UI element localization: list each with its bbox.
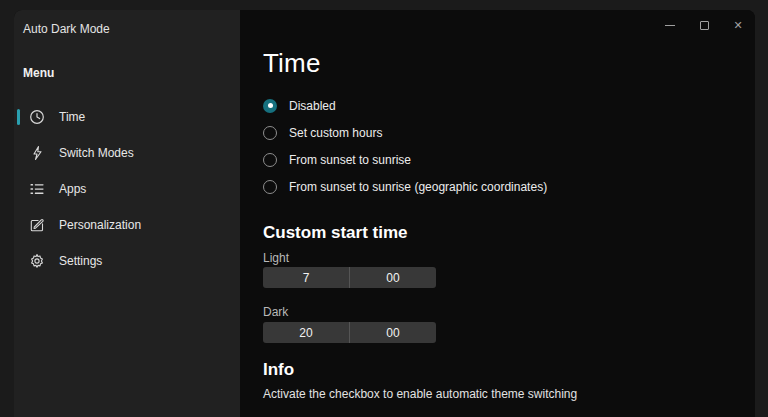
titlebar-controls: ✕ bbox=[653, 10, 755, 40]
dark-minute-field[interactable]: 00 bbox=[350, 322, 436, 343]
sidebar-item-label: Settings bbox=[59, 254, 102, 268]
sidebar-item-switch-modes[interactable]: Switch Modes bbox=[18, 140, 236, 166]
radio-icon[interactable] bbox=[263, 126, 277, 140]
radio-option-custom-hours[interactable]: Set custom hours bbox=[263, 119, 755, 146]
selected-indicator bbox=[17, 181, 20, 197]
custom-start-time-heading: Custom start time bbox=[263, 222, 755, 244]
radio-label: Disabled bbox=[289, 99, 336, 113]
maximize-icon bbox=[700, 21, 709, 30]
info-text: Activate the checkbox to enable automati… bbox=[263, 387, 755, 402]
sidebar-item-label: Time bbox=[59, 110, 85, 124]
sidebar-item-time[interactable]: Time bbox=[18, 104, 236, 130]
sidebar-item-apps[interactable]: Apps bbox=[18, 176, 236, 202]
radio-icon[interactable] bbox=[263, 153, 277, 167]
minimize-button[interactable] bbox=[653, 10, 687, 40]
list-icon bbox=[29, 181, 45, 197]
desktop-background: { "window": { "app_title": "Auto Dark Mo… bbox=[0, 0, 768, 417]
selected-indicator bbox=[17, 145, 20, 161]
clock-icon bbox=[29, 109, 45, 125]
app-window: Auto Dark Mode Menu Time bbox=[14, 10, 755, 417]
sidebar: Auto Dark Mode Menu Time bbox=[14, 10, 240, 417]
dark-hour-field[interactable]: 20 bbox=[263, 322, 349, 343]
minimize-icon bbox=[665, 25, 675, 26]
edit-icon bbox=[29, 217, 45, 233]
schedule-mode-radio-group: Disabled Set custom hours From sunset to… bbox=[263, 92, 755, 200]
light-time-picker: 7 00 bbox=[263, 267, 436, 288]
radio-label: From sunset to sunrise bbox=[289, 153, 411, 167]
light-hour-field[interactable]: 7 bbox=[263, 267, 349, 288]
radio-option-disabled[interactable]: Disabled bbox=[263, 92, 755, 119]
radio-label: From sunset to sunrise (geographic coord… bbox=[289, 180, 547, 194]
sidebar-item-label: Switch Modes bbox=[59, 146, 134, 160]
sidebar-item-label: Personalization bbox=[59, 218, 141, 232]
close-button[interactable]: ✕ bbox=[721, 10, 755, 40]
maximize-button[interactable] bbox=[687, 10, 721, 40]
radio-option-sunset-sunrise-geo[interactable]: From sunset to sunrise (geographic coord… bbox=[263, 173, 755, 200]
gear-icon bbox=[29, 253, 45, 269]
selected-indicator bbox=[17, 253, 20, 269]
page-title: Time bbox=[263, 48, 755, 78]
sidebar-item-settings[interactable]: Settings bbox=[18, 248, 236, 274]
sidebar-item-label: Apps bbox=[59, 182, 86, 196]
menu-section-label: Menu bbox=[14, 66, 240, 80]
radio-icon[interactable] bbox=[263, 99, 277, 113]
sidebar-item-personalization[interactable]: Personalization bbox=[18, 212, 236, 238]
lightning-icon bbox=[29, 145, 45, 161]
dark-time-picker: 20 00 bbox=[263, 322, 436, 343]
selected-indicator bbox=[17, 109, 20, 125]
app-title: Auto Dark Mode bbox=[14, 22, 240, 36]
dark-label: Dark bbox=[263, 305, 755, 320]
selected-indicator bbox=[17, 217, 20, 233]
light-label: Light bbox=[263, 251, 755, 266]
main-content: ✕ Time Disabled Set custom hours From su… bbox=[240, 10, 755, 417]
close-icon: ✕ bbox=[733, 19, 742, 32]
light-minute-field[interactable]: 00 bbox=[350, 267, 436, 288]
radio-icon[interactable] bbox=[263, 180, 277, 194]
sidebar-nav: Time Switch Modes bbox=[14, 104, 240, 274]
radio-label: Set custom hours bbox=[289, 126, 382, 140]
info-heading: Info bbox=[263, 359, 755, 381]
radio-option-sunset-sunrise[interactable]: From sunset to sunrise bbox=[263, 146, 755, 173]
